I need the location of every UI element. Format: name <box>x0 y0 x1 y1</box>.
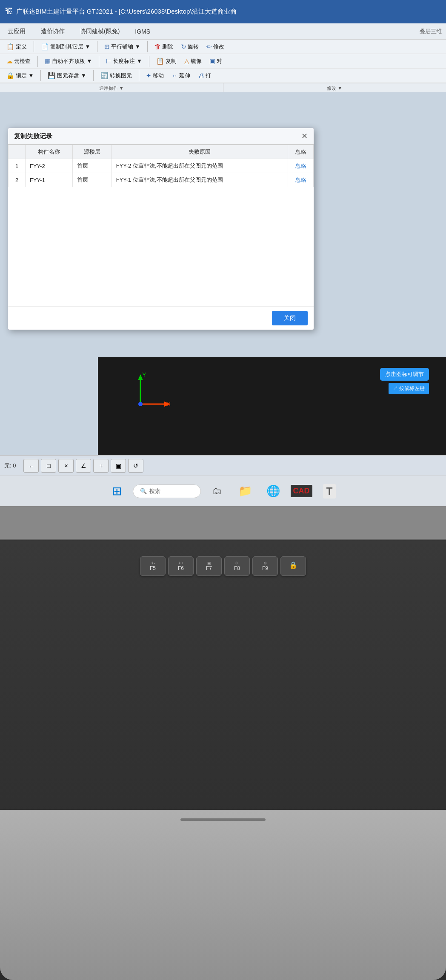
search-bar[interactable]: 🔍 搜索 <box>133 484 201 498</box>
move-btn[interactable]: ✦ 移动 <box>143 71 167 80</box>
dialog-title: 复制失败记录 <box>14 132 52 140</box>
menu-bar: 云应用 造价协作 协同建模(限免) IGMS 叠层三维 <box>0 23 446 40</box>
convert-btn[interactable]: 🔄 转换图元 <box>97 71 135 80</box>
menu-collab[interactable]: 协同建模(限免) <box>77 26 123 37</box>
col-name: 构件名称 <box>26 145 73 159</box>
taskview-icon: 🗂 <box>212 486 222 497</box>
key-f9[interactable]: ⚙ F9 <box>252 556 278 576</box>
explorer-btn[interactable]: 📁 <box>233 480 257 502</box>
delete-btn[interactable]: 🗑 删除 <box>152 42 176 51</box>
sep8 <box>93 70 94 81</box>
row1-reason: FYY-2 位置非法,不能超出所在父图元的范围 <box>112 159 288 173</box>
menu-cloud-app[interactable]: 云应用 <box>4 26 29 37</box>
row1-action[interactable]: 忽略 <box>288 159 314 173</box>
fn-key-row: ☀- F5 ☀+ F6 ▣ F7 ✈ F8 ⚙ F9 🔒 <box>0 553 446 579</box>
cad-btn[interactable]: CAD <box>289 480 313 502</box>
viewport-tooltip1: 点击图标可调节 <box>380 368 429 381</box>
rotate-icon: ↻ <box>181 43 186 51</box>
sep3 <box>147 41 148 52</box>
save-element-btn[interactable]: 💾 图元存盘 ▼ <box>45 71 89 80</box>
status-btn-7[interactable]: ↺ <box>128 459 143 473</box>
windows-logo-icon: ⊞ <box>112 484 122 498</box>
fail-table-container: 构件名称 源楼层 失败原因 忽略 1 FYY-2 首层 FYY-2 位置非法,不… <box>8 145 314 187</box>
viewport-tooltip2: ↗ 按鼠标左键 <box>389 383 429 394</box>
modify-icon: ✏ <box>206 43 212 51</box>
key-f7[interactable]: ▣ F7 <box>196 556 222 576</box>
menu-igms[interactable]: IGMS <box>132 26 154 37</box>
row2-name: FYY-1 <box>26 173 73 187</box>
svg-text:Y: Y <box>142 371 146 378</box>
row2-floor: 首层 <box>73 173 112 187</box>
print-btn[interactable]: 🖨 打 <box>195 71 214 80</box>
mirror-btn[interactable]: △ 镜像 <box>181 57 205 66</box>
key-f5[interactable]: ☀- F5 <box>140 556 166 576</box>
copy-layer-icon: 📄 <box>41 43 49 51</box>
col-num <box>9 145 26 159</box>
modify-btn[interactable]: ✏ 修改 <box>203 42 227 51</box>
table-header: 构件名称 源楼层 失败原因 忽略 <box>9 145 314 159</box>
toolbar-row-1: 📋 定义 📄 复制到其它层 ▼ ⊞ 平行辅轴 ▼ 🗑 删除 ↻ 旋转 ✏ 修改 <box>0 40 446 54</box>
copy-to-layer-btn[interactable]: 📄 复制到其它层 ▼ <box>38 42 93 51</box>
table-row: 2 FYY-1 首层 FYY-1 位置非法,不能超出所在父图元的范围 忽略 <box>9 173 314 187</box>
copy-btn[interactable]: 📋 复制 <box>153 57 180 66</box>
status-btn-6[interactable]: ▣ <box>111 459 126 473</box>
table-body: 1 FYY-2 首层 FYY-2 位置非法,不能超出所在父图元的范围 忽略 2 … <box>9 159 314 187</box>
title-bar: 🏗 广联达BIM土建计量平台 GTJ2021 - [C:\Users\26038… <box>0 0 446 23</box>
title-text: 广联达BIM土建计量平台 GTJ2021 - [C:\Users\26038\D… <box>16 8 237 16</box>
lock-btn[interactable]: 🔒 锁定 ▼ <box>3 71 37 80</box>
status-btn-2[interactable]: □ <box>41 459 56 473</box>
auto-level-icon: ▦ <box>45 57 51 65</box>
sep2 <box>97 41 97 52</box>
dialog-close-x[interactable]: ✕ <box>301 131 308 141</box>
dialog-footer: 关闭 <box>8 306 314 330</box>
parallel-axis-btn[interactable]: ⊞ 平行辅轴 ▼ <box>101 42 143 51</box>
edge-btn[interactable]: 🌐 <box>261 480 285 502</box>
align-btn[interactable]: ▣ 对 <box>206 57 225 66</box>
dialog-close-btn[interactable]: 关闭 <box>272 311 308 325</box>
axis-svg: Y X <box>119 370 170 421</box>
start-button[interactable]: ⊞ <box>105 480 129 502</box>
sep1 <box>34 41 34 52</box>
menu-cost[interactable]: 造价协作 <box>37 26 68 37</box>
rotate-btn[interactable]: ↻ 旋转 <box>178 42 202 51</box>
delete-icon: 🗑 <box>154 43 161 50</box>
auto-level-btn[interactable]: ▦ 自动平齐顶板 ▼ <box>42 57 95 66</box>
key-f6[interactable]: ☀+ F6 <box>168 556 194 576</box>
cloud-check-btn[interactable]: ☁ 云检查 <box>3 57 34 66</box>
search-icon: 🔍 <box>140 488 147 494</box>
sep9 <box>139 70 139 81</box>
key-f8[interactable]: ✈ F8 <box>224 556 250 576</box>
status-btn-1[interactable]: ⌐ <box>23 459 39 473</box>
length-mark-btn[interactable]: ⊢ 长度标注 ▼ <box>103 57 145 66</box>
col-reason: 失败原因 <box>112 145 288 159</box>
toolbar-row-2: ☁ 云检查 ▦ 自动平齐顶板 ▼ ⊢ 长度标注 ▼ 📋 复制 △ 镜像 ▣ 对 <box>0 54 446 68</box>
row1-floor: 首层 <box>73 159 112 173</box>
sep7 <box>40 70 41 81</box>
define-btn[interactable]: 📋 定义 <box>3 42 30 51</box>
move-icon: ✦ <box>146 72 152 80</box>
sep4 <box>37 56 38 67</box>
app-icon: 🏗 <box>5 7 13 16</box>
status-btn-3[interactable]: × <box>58 459 74 473</box>
status-btn-5[interactable]: + <box>93 459 109 473</box>
toolbar-section-labels: 通用操作 ▼ 修改 ▼ <box>0 83 446 92</box>
key-lock[interactable]: 🔒 <box>280 556 306 576</box>
row2-action[interactable]: 忽略 <box>288 173 314 187</box>
copy-icon: 📋 <box>156 57 164 65</box>
toolbar: 📋 定义 📄 复制到其它层 ▼ ⊞ 平行辅轴 ▼ 🗑 删除 ↻ 旋转 ✏ 修改 … <box>0 40 446 92</box>
mirror-icon: △ <box>184 57 189 65</box>
typora-btn[interactable]: T <box>317 480 341 502</box>
cad-icon: CAD <box>291 485 312 497</box>
dialog-titlebar: 复制失败记录 ✕ <box>8 128 314 145</box>
table-row: 1 FYY-2 首层 FYY-2 位置非法,不能超出所在父图元的范围 忽略 <box>9 159 314 173</box>
edge-icon: 🌐 <box>266 484 280 498</box>
fail-records-table: 构件名称 源楼层 失败原因 忽略 1 FYY-2 首层 FYY-2 位置非法,不… <box>8 145 314 187</box>
status-btn-4[interactable]: ∠ <box>76 459 91 473</box>
section-modify[interactable]: 修改 ▼ <box>223 83 446 92</box>
section-general-ops[interactable]: 通用操作 ▼ <box>0 83 223 92</box>
task-view-btn[interactable]: 🗂 <box>205 480 229 502</box>
status-count: 元: 0 <box>4 462 16 470</box>
status-bar: 元: 0 ⌐ □ × ∠ + ▣ ↺ <box>0 455 446 476</box>
col-floor: 源楼层 <box>73 145 112 159</box>
extend-btn[interactable]: ↔ 延伸 <box>169 71 193 80</box>
